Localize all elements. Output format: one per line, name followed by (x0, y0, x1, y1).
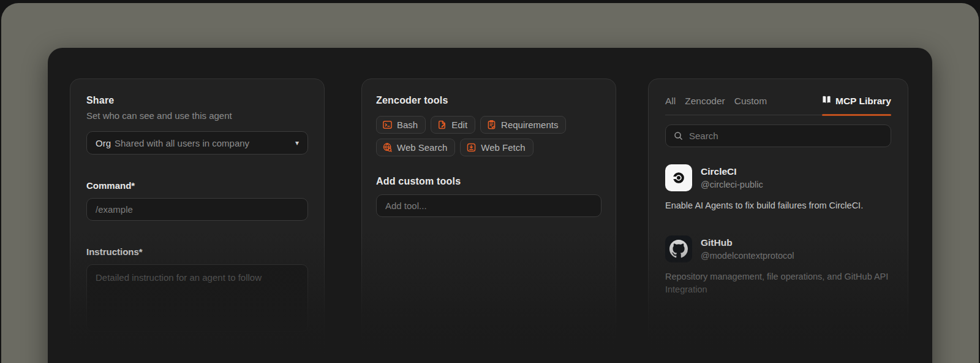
custom-tools-title: Add custom tools (376, 176, 601, 187)
tab-mcp-library-label: MCP Library (835, 96, 891, 107)
tool-chip-label: Web Fetch (481, 142, 525, 153)
mcp-item-name: GitHub (701, 237, 794, 248)
mcp-item-name: CircleCI (701, 166, 763, 177)
mcp-item-handle: @circleci-public (701, 180, 763, 189)
mcp-item-description: Repository management, file operations, … (665, 270, 891, 296)
tools-card: Zencoder tools Bash Edit (361, 78, 616, 363)
tool-chip-label: Web Search (397, 142, 447, 153)
tool-chip-requirements[interactable]: Requirements (480, 116, 566, 134)
tools-title: Zencoder tools (376, 95, 601, 106)
add-tool-input[interactable] (376, 194, 601, 217)
instructions-label: Instructions* (86, 246, 308, 257)
tab-zencoder[interactable]: Zencoder (685, 96, 725, 107)
tab-mcp-library[interactable]: MCP Library (822, 95, 891, 107)
mcp-item-handle: @modelcontextprotocol (701, 251, 794, 261)
mcp-item-description: Enable AI Agents to fix build failures f… (665, 199, 891, 212)
search-input[interactable] (665, 124, 891, 147)
tool-chip-list: Bash Edit Requirements (376, 116, 578, 156)
share-title: Share (86, 95, 308, 106)
terminal-icon (382, 120, 393, 130)
share-card: Share Set who can see and use this agent… (70, 78, 325, 363)
visibility-scope: Org (96, 138, 111, 148)
tool-chip-web-fetch[interactable]: Web Fetch (460, 139, 533, 156)
web-fetch-icon (466, 142, 477, 153)
agent-editor-modal: Share Set who can see and use this agent… (48, 48, 932, 363)
command-input[interactable] (86, 198, 308, 221)
mcp-item-github[interactable]: GitHub @modelcontextprotocol Repository … (665, 235, 891, 296)
requirements-icon (486, 120, 497, 130)
edit-icon (437, 120, 447, 130)
tool-chip-label: Requirements (501, 120, 558, 130)
web-search-icon (382, 142, 393, 153)
library-search (665, 124, 891, 147)
mcp-item-circleci[interactable]: CircleCI @circleci-public Enable AI Agen… (665, 164, 891, 212)
library-card: All Zencoder Custom MCP Library (648, 78, 908, 363)
library-tabs: All Zencoder Custom MCP Library (665, 95, 891, 115)
tab-all[interactable]: All (665, 96, 676, 107)
visibility-description: Shared with all users in company (115, 138, 290, 148)
command-label: Command* (86, 180, 308, 191)
tool-chip-bash[interactable]: Bash (376, 116, 426, 134)
tool-chip-label: Edit (451, 120, 467, 130)
tool-chip-edit[interactable]: Edit (431, 116, 475, 134)
book-icon (822, 95, 831, 107)
tool-chip-label: Bash (397, 120, 418, 130)
tool-chip-web-search[interactable]: Web Search (376, 139, 455, 156)
tab-custom[interactable]: Custom (734, 96, 767, 107)
share-subtitle: Set who can see and use this agent (86, 110, 308, 121)
visibility-select[interactable]: Org Shared with all users in company ▾ (86, 131, 308, 155)
instructions-textarea[interactable] (86, 264, 308, 332)
circleci-logo (665, 164, 692, 191)
chevron-down-icon: ▾ (295, 139, 299, 147)
github-logo (665, 235, 692, 262)
